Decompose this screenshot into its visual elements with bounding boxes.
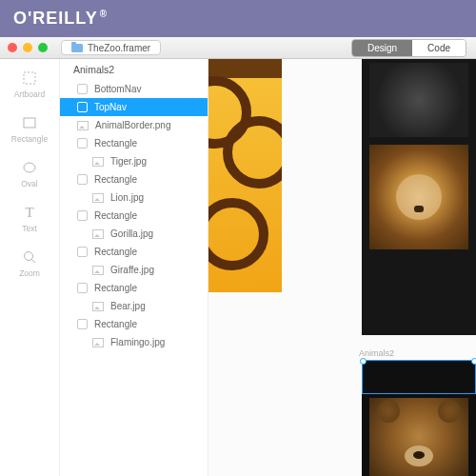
mode-segmented-control: Design Code [351, 39, 466, 57]
rect-layer-icon [77, 247, 88, 257]
tool-label: Artboard [14, 89, 46, 99]
layer-label: AnimalBorder.png [95, 120, 171, 130]
resize-handle-tr[interactable] [471, 358, 476, 365]
layer-label: Rectangle [94, 138, 137, 149]
rectangle-icon [22, 115, 37, 130]
layer-rectangle[interactable]: Rectangle [60, 207, 208, 225]
zoom-tool[interactable]: Zoom [0, 249, 59, 278]
svg-point-3 [25, 252, 33, 261]
minimize-window-button[interactable] [23, 43, 32, 52]
image-layer-icon [92, 266, 104, 275]
artboard-label[interactable]: Animals2 [359, 348, 394, 358]
image-layer-icon [92, 229, 104, 239]
layer-label: Rectangle [94, 210, 137, 221]
traffic-lights [8, 43, 48, 52]
lion-image [369, 145, 468, 249]
file-title-pill[interactable]: TheZoo.framer [61, 40, 161, 55]
tool-label: Rectangle [11, 134, 48, 144]
file-name: TheZoo.framer [88, 43, 150, 53]
gorilla-image [369, 63, 468, 137]
topnav-layer [208, 59, 282, 78]
close-window-button[interactable] [8, 43, 17, 52]
zoom-icon [22, 249, 37, 265]
rect-layer-icon [77, 102, 88, 112]
layer-label: Tiger.jpg [110, 156, 147, 167]
window-titlebar: TheZoo.framer Design Code [0, 37, 476, 59]
image-layer-icon [92, 302, 104, 311]
layer-label: BottomNav [94, 84, 141, 94]
image-layer-icon [92, 338, 104, 347]
layer-gorilla-jpg[interactable]: Gorilla.jpg [60, 225, 208, 243]
brand-bar: O'REILLY® [0, 0, 476, 37]
image-layer-icon [92, 157, 104, 167]
layer-label: Rectangle [94, 174, 137, 185]
oval-tool[interactable]: Oval [0, 160, 59, 188]
layer-bottomnav[interactable]: BottomNav [60, 80, 208, 98]
layer-label: Flamingo.jpg [110, 337, 165, 347]
bear-image [369, 398, 468, 476]
layer-tiger-jpg[interactable]: Tiger.jpg [60, 152, 208, 170]
tool-rail: Artboard Rectangle Oval T Text Zoom [0, 59, 60, 476]
oval-icon [22, 160, 37, 175]
layer-lion-jpg[interactable]: Lion.jpg [60, 188, 208, 207]
rect-layer-icon [77, 138, 88, 149]
artboard-animals2[interactable] [362, 360, 476, 476]
layer-flamingo-jpg[interactable]: Flamingo.jpg [60, 333, 208, 351]
folder-icon [71, 44, 83, 52]
tool-label: Zoom [19, 268, 40, 278]
tab-design[interactable]: Design [352, 40, 412, 56]
brand-logo: O'REILLY® [13, 9, 108, 29]
layer-rectangle[interactable]: Rectangle [60, 170, 208, 188]
text-icon: T [22, 205, 37, 220]
layer-rectangle[interactable]: Rectangle [60, 279, 208, 297]
svg-rect-0 [24, 72, 35, 84]
layer-rectangle[interactable]: Rectangle [60, 134, 208, 152]
workspace: Artboard Rectangle Oval T Text Zoom Anim… [0, 59, 476, 476]
layer-topnav[interactable]: TopNav [60, 98, 208, 116]
layer-label: Rectangle [94, 319, 137, 329]
layers-panel: Animals2 BottomNavTopNavAnimalBorder.png… [60, 59, 208, 476]
rectangle-tool[interactable]: Rectangle [0, 115, 59, 144]
selection-outline[interactable] [362, 360, 476, 394]
rect-layer-icon [77, 319, 88, 329]
layer-rectangle[interactable]: Rectangle [60, 315, 208, 333]
svg-line-4 [32, 260, 36, 264]
layer-root[interactable]: Animals2 [60, 59, 208, 80]
layer-label: Bear.jpg [110, 301, 146, 311]
layer-label: Gorilla.jpg [110, 228, 153, 239]
layer-label: Rectangle [94, 247, 137, 257]
preview-strip [362, 59, 476, 335]
layer-animalborder-png[interactable]: AnimalBorder.png [60, 116, 208, 134]
image-layer-icon [77, 121, 89, 130]
artboard-animalborder[interactable] [208, 59, 282, 292]
layer-label: Giraffe.jpg [110, 265, 154, 275]
tool-label: Oval [21, 179, 37, 188]
rect-layer-icon [77, 210, 88, 221]
layer-label: Lion.jpg [110, 192, 144, 203]
svg-point-2 [24, 163, 35, 172]
rect-layer-icon [77, 283, 88, 293]
rect-layer-icon [77, 174, 88, 185]
canvas[interactable]: Animals2 [208, 59, 476, 476]
svg-rect-1 [24, 118, 35, 128]
resize-handle-tl[interactable] [360, 358, 367, 365]
layer-label: TopNav [94, 102, 127, 112]
text-tool[interactable]: T Text [0, 205, 59, 233]
layer-label: Rectangle [94, 283, 137, 293]
tab-code[interactable]: Code [412, 40, 466, 56]
image-layer-icon [92, 193, 104, 203]
rect-layer-icon [77, 84, 88, 94]
artboard-icon [22, 70, 37, 86]
layer-rectangle[interactable]: Rectangle [60, 243, 208, 261]
tool-label: Text [22, 224, 37, 233]
artboard-tool[interactable]: Artboard [0, 70, 59, 99]
layer-giraffe-jpg[interactable]: Giraffe.jpg [60, 261, 208, 279]
layer-bear-jpg[interactable]: Bear.jpg [60, 297, 208, 315]
zoom-window-button[interactable] [38, 43, 48, 52]
layer-list: BottomNavTopNavAnimalBorder.pngRectangle… [60, 80, 208, 351]
